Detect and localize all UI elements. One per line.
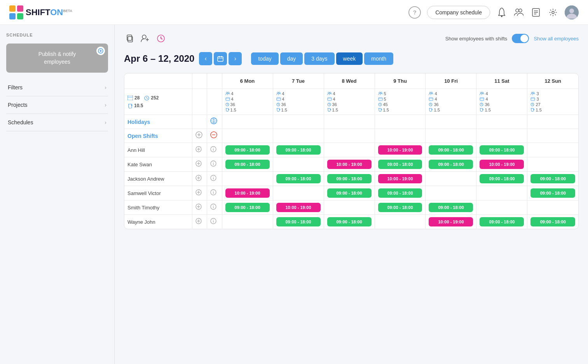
shift-ann-thu[interactable]: 10:00 - 19:00 [378, 145, 422, 155]
shift-samwell-thu[interactable]: 09:00 - 18:00 [378, 188, 422, 198]
logo[interactable]: SHIFTONBETA [9, 5, 72, 19]
shift-ann-mon[interactable]: 09:00 - 18:00 [225, 145, 270, 155]
view-today-button[interactable]: today [251, 52, 278, 65]
company-schedule-button[interactable]: Company schedule [427, 6, 490, 19]
stats-sun: 3 3 27 1.5 [527, 89, 578, 115]
employee-name-samwell-victor: Samwell Victor [124, 186, 192, 200]
add-shift-icon-ann-hill[interactable] [195, 146, 204, 154]
add-user-icon[interactable] [140, 33, 151, 44]
view-week-button[interactable]: week [336, 52, 363, 65]
help-icon[interactable]: ? [408, 6, 421, 19]
shift-jackson-wed[interactable]: 09:00 - 18:00 [327, 174, 372, 183]
svg-point-76 [531, 92, 533, 94]
svg-point-5 [516, 9, 519, 12]
shift-smith-thu[interactable]: 09:00 - 18:00 [378, 203, 422, 212]
sidebar-item-filters[interactable]: Filters › [6, 79, 108, 96]
shift-wayne-sun[interactable]: 09:00 - 18:00 [530, 217, 575, 226]
svg-line-68 [431, 104, 431, 105]
shift-ann-fri[interactable]: 09:00 - 18:00 [429, 145, 473, 155]
avatar[interactable] [565, 5, 579, 19]
svg-point-119 [213, 205, 214, 206]
svg-point-4 [501, 16, 503, 17]
svg-point-6 [519, 9, 522, 12]
svg-rect-3 [17, 13, 23, 19]
open-shifts-remove-icon[interactable] [210, 131, 218, 140]
shift-samwell-wed[interactable]: 09:00 - 18:00 [327, 188, 372, 198]
sidebar-item-projects-label: Projects [8, 102, 28, 108]
view-day-button[interactable]: day [280, 52, 303, 65]
svg-point-49 [330, 92, 331, 94]
sidebar: SCHEDULE Publish & notify employees Filt… [0, 25, 115, 364]
svg-point-63 [431, 92, 433, 94]
holidays-label: Holidays [124, 115, 192, 129]
stats-mon: 4 4 36 1.5 [222, 89, 273, 115]
clock-icon[interactable] [155, 33, 167, 44]
shift-samwell-sun[interactable]: 09:00 - 18:00 [530, 188, 575, 198]
open-shifts-label: Open Shifts [124, 129, 192, 143]
shift-jackson-thu[interactable]: 10:00 - 19:00 [378, 174, 422, 183]
publish-notify-button[interactable]: Publish & notify employees [6, 44, 108, 73]
shift-ann-sat[interactable]: 09:00 - 18:00 [480, 145, 524, 155]
show-all-employees-link[interactable]: Show all employees [534, 36, 579, 42]
shift-wayne-wed[interactable]: 09:00 - 18:00 [327, 217, 372, 226]
export-icon[interactable] [530, 7, 541, 18]
calendar-header-row: 6 Mon 7 Tue 8 Wed 9 Thu 10 Fri 11 Sat 12… [124, 73, 578, 89]
shift-jackson-sat[interactable]: 09:00 - 18:00 [480, 174, 524, 183]
shift-kate-fri[interactable]: 09:00 - 18:00 [429, 160, 473, 169]
add-shift-icon-samwell[interactable] [195, 189, 204, 197]
shift-wayne-tue[interactable]: 09:00 - 18:00 [276, 217, 321, 226]
corner-edit-icon [96, 47, 105, 55]
shift-smith-tue[interactable]: 10:00 - 19:00 [276, 203, 321, 212]
notifications-icon[interactable] [496, 7, 507, 18]
shift-kate-wed[interactable]: 10:00 - 19:00 [327, 160, 372, 169]
shift-kate-thu[interactable]: 09:00 - 18:00 [378, 160, 422, 169]
open-shifts-add-icon[interactable] [195, 131, 204, 140]
sports-icon[interactable] [210, 117, 218, 126]
schedule-toolbar: Show employees with shifts Show all empl… [124, 33, 579, 44]
layout: SCHEDULE Publish & notify employees Filt… [0, 25, 588, 364]
shift-kate-sat[interactable]: 10:00 - 19:00 [480, 160, 524, 169]
shift-wayne-sat[interactable]: 09:00 - 18:00 [480, 217, 524, 226]
employee-row-smith-timothy: Smith Timothy 09:00 - 18:00 10:00 - 19:0… [124, 200, 578, 215]
calendar-button[interactable] [214, 52, 227, 65]
users-icon[interactable] [513, 7, 524, 18]
prev-button[interactable]: ‹ [199, 52, 212, 65]
svg-rect-50 [328, 98, 332, 101]
shift-jackson-tue[interactable]: 09:00 - 18:00 [276, 174, 321, 183]
employee-row-ann-hill: Ann Hill 09:00 - 18:00 09:00 - 18:00 10:… [124, 143, 578, 157]
add-shift-icon-smith[interactable] [195, 204, 204, 211]
sidebar-title: SCHEDULE [6, 33, 108, 37]
shift-ann-tue[interactable]: 09:00 - 18:00 [276, 145, 321, 155]
shift-samwell-mon[interactable]: 10:00 - 19:00 [225, 188, 270, 198]
info-icon-smith[interactable] [210, 204, 218, 211]
add-shift-icon-kate-swan[interactable] [195, 160, 204, 168]
shift-smith-fri[interactable]: 09:00 - 18:00 [429, 203, 473, 212]
shift-wayne-fri[interactable]: 10:00 - 19:00 [429, 217, 473, 226]
toolbar-icons [124, 33, 167, 44]
sidebar-item-schedules[interactable]: Schedules › [6, 114, 108, 131]
view-month-button[interactable]: month [364, 52, 393, 65]
view-3days-button[interactable]: 3 days [304, 52, 334, 65]
shift-jackson-sun[interactable]: 09:00 - 18:00 [530, 174, 575, 183]
sidebar-item-projects[interactable]: Projects › [6, 96, 108, 114]
svg-point-19 [142, 35, 146, 39]
shift-kate-mon[interactable]: 09:00 - 18:00 [225, 160, 270, 169]
settings-icon[interactable] [548, 7, 558, 18]
copy-icon[interactable] [124, 33, 136, 44]
info-icon-kate-swan[interactable] [210, 160, 218, 168]
logo-shift: SHIFT [26, 7, 50, 17]
header: SHIFTONBETA ? Company schedule [0, 0, 588, 25]
svg-point-107 [213, 176, 214, 177]
add-shift-icon-jackson[interactable] [195, 175, 204, 183]
next-button[interactable]: › [229, 52, 242, 65]
shift-smith-mon[interactable]: 09:00 - 18:00 [225, 203, 270, 212]
info-icon-jackson[interactable] [210, 175, 218, 183]
svg-point-95 [213, 148, 214, 148]
info-icon-ann-hill[interactable] [210, 146, 218, 154]
svg-line-54 [329, 104, 330, 105]
info-icon-wayne[interactable] [210, 218, 218, 226]
info-icon-samwell[interactable] [210, 189, 218, 197]
svg-point-42 [279, 92, 280, 94]
add-shift-icon-wayne[interactable] [195, 218, 204, 226]
show-employees-toggle[interactable] [512, 34, 529, 43]
